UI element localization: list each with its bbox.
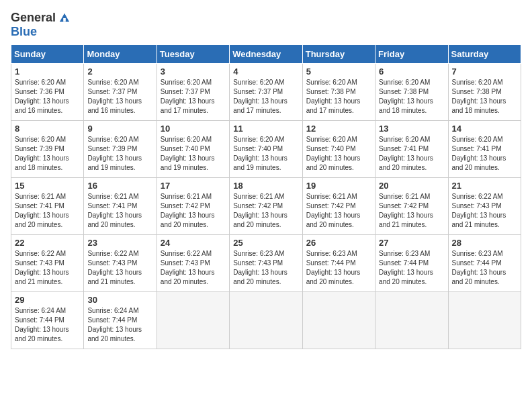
calendar-cell: 26Sunrise: 6:23 AMSunset: 7:44 PMDayligh…: [302, 235, 375, 292]
day-info: Sunrise: 6:23 AMSunset: 7:44 PMDaylight:…: [452, 249, 517, 287]
day-info: Sunrise: 6:21 AMSunset: 7:42 PMDaylight:…: [161, 192, 226, 230]
svg-rect-1: [63, 18, 66, 21]
calendar-cell: 25Sunrise: 6:23 AMSunset: 7:43 PMDayligh…: [230, 235, 302, 292]
calendar-cell: 10Sunrise: 6:20 AMSunset: 7:40 PMDayligh…: [157, 121, 229, 178]
calendar-cell: 21Sunrise: 6:22 AMSunset: 7:43 PMDayligh…: [448, 178, 521, 235]
calendar-cell: 16Sunrise: 6:21 AMSunset: 7:41 PMDayligh…: [84, 178, 157, 235]
day-info: Sunrise: 6:20 AMSunset: 7:37 PMDaylight:…: [161, 78, 226, 116]
day-info: Sunrise: 6:21 AMSunset: 7:42 PMDaylight:…: [379, 192, 444, 230]
day-number: 16: [87, 181, 152, 191]
day-number: 6: [379, 66, 444, 77]
day-number: 29: [15, 295, 80, 305]
day-info: Sunrise: 6:22 AMSunset: 7:43 PMDaylight:…: [452, 192, 517, 230]
day-info: Sunrise: 6:23 AMSunset: 7:44 PMDaylight:…: [379, 249, 444, 287]
calendar-cell: 15Sunrise: 6:21 AMSunset: 7:41 PMDayligh…: [11, 178, 84, 235]
calendar-header-sunday: Sunday: [11, 45, 84, 64]
day-number: 12: [306, 124, 371, 134]
day-number: 25: [233, 238, 298, 248]
day-info: Sunrise: 6:24 AMSunset: 7:44 PMDaylight:…: [87, 306, 152, 344]
day-info: Sunrise: 6:23 AMSunset: 7:44 PMDaylight:…: [306, 249, 371, 287]
day-info: Sunrise: 6:21 AMSunset: 7:41 PMDaylight:…: [15, 192, 80, 230]
calendar-week-5: 29Sunrise: 6:24 AMSunset: 7:44 PMDayligh…: [11, 292, 521, 349]
page-header: General Blue: [11, 11, 521, 39]
calendar-cell: 18Sunrise: 6:21 AMSunset: 7:42 PMDayligh…: [230, 178, 302, 235]
calendar-cell: [157, 292, 229, 349]
calendar-cell: [302, 292, 375, 349]
day-info: Sunrise: 6:20 AMSunset: 7:41 PMDaylight:…: [379, 135, 444, 173]
day-info: Sunrise: 6:23 AMSunset: 7:43 PMDaylight:…: [233, 249, 298, 287]
day-number: 15: [15, 181, 80, 191]
day-info: Sunrise: 6:21 AMSunset: 7:41 PMDaylight:…: [87, 192, 152, 230]
calendar-cell: 29Sunrise: 6:24 AMSunset: 7:44 PMDayligh…: [11, 292, 84, 349]
calendar-header-monday: Monday: [84, 45, 157, 64]
day-info: Sunrise: 6:20 AMSunset: 7:40 PMDaylight:…: [161, 135, 226, 173]
calendar-week-4: 22Sunrise: 6:22 AMSunset: 7:43 PMDayligh…: [11, 235, 521, 292]
calendar-cell: 4Sunrise: 6:20 AMSunset: 7:37 PMDaylight…: [230, 64, 302, 121]
calendar-cell: [230, 292, 302, 349]
day-number: 23: [87, 238, 152, 248]
day-info: Sunrise: 6:20 AMSunset: 7:36 PMDaylight:…: [15, 78, 80, 116]
day-number: 26: [306, 238, 371, 248]
day-number: 14: [452, 124, 517, 134]
day-number: 20: [379, 181, 444, 191]
day-info: Sunrise: 6:20 AMSunset: 7:37 PMDaylight:…: [233, 78, 298, 116]
calendar-cell: 20Sunrise: 6:21 AMSunset: 7:42 PMDayligh…: [375, 178, 448, 235]
calendar-cell: 9Sunrise: 6:20 AMSunset: 7:39 PMDaylight…: [84, 121, 157, 178]
day-number: 28: [452, 238, 517, 248]
calendar-week-3: 15Sunrise: 6:21 AMSunset: 7:41 PMDayligh…: [11, 178, 521, 235]
day-number: 1: [15, 66, 80, 77]
day-number: 3: [161, 66, 226, 77]
calendar-cell: 3Sunrise: 6:20 AMSunset: 7:37 PMDaylight…: [157, 64, 229, 121]
logo-general-text: General: [11, 11, 56, 25]
day-number: 22: [15, 238, 80, 248]
day-number: 17: [161, 181, 226, 191]
day-number: 10: [161, 124, 226, 134]
day-number: 18: [233, 181, 298, 191]
day-info: Sunrise: 6:20 AMSunset: 7:38 PMDaylight:…: [452, 78, 517, 116]
day-info: Sunrise: 6:21 AMSunset: 7:42 PMDaylight:…: [306, 192, 371, 230]
day-info: Sunrise: 6:22 AMSunset: 7:43 PMDaylight:…: [87, 249, 152, 287]
day-info: Sunrise: 6:20 AMSunset: 7:40 PMDaylight:…: [233, 135, 298, 173]
calendar-header-row: SundayMondayTuesdayWednesdayThursdayFrid…: [11, 45, 521, 64]
calendar-cell: 13Sunrise: 6:20 AMSunset: 7:41 PMDayligh…: [375, 121, 448, 178]
calendar-header-saturday: Saturday: [448, 45, 521, 64]
day-info: Sunrise: 6:20 AMSunset: 7:39 PMDaylight:…: [87, 135, 152, 173]
day-number: 7: [452, 66, 517, 77]
day-number: 19: [306, 181, 371, 191]
calendar: SundayMondayTuesdayWednesdayThursdayFrid…: [11, 44, 521, 349]
day-info: Sunrise: 6:20 AMSunset: 7:39 PMDaylight:…: [15, 135, 80, 173]
day-number: 27: [379, 238, 444, 248]
calendar-cell: 5Sunrise: 6:20 AMSunset: 7:38 PMDaylight…: [302, 64, 375, 121]
calendar-cell: 11Sunrise: 6:20 AMSunset: 7:40 PMDayligh…: [230, 121, 302, 178]
calendar-cell: 2Sunrise: 6:20 AMSunset: 7:37 PMDaylight…: [84, 64, 157, 121]
calendar-cell: 19Sunrise: 6:21 AMSunset: 7:42 PMDayligh…: [302, 178, 375, 235]
day-number: 21: [452, 181, 517, 191]
day-info: Sunrise: 6:20 AMSunset: 7:37 PMDaylight:…: [87, 78, 152, 116]
calendar-cell: 8Sunrise: 6:20 AMSunset: 7:39 PMDaylight…: [11, 121, 84, 178]
logo-blue-text: Blue: [11, 25, 37, 39]
calendar-cell: [375, 292, 448, 349]
calendar-cell: 17Sunrise: 6:21 AMSunset: 7:42 PMDayligh…: [157, 178, 229, 235]
calendar-cell: 23Sunrise: 6:22 AMSunset: 7:43 PMDayligh…: [84, 235, 157, 292]
calendar-cell: 12Sunrise: 6:20 AMSunset: 7:40 PMDayligh…: [302, 121, 375, 178]
calendar-week-1: 1Sunrise: 6:20 AMSunset: 7:36 PMDaylight…: [11, 64, 521, 121]
calendar-cell: 7Sunrise: 6:20 AMSunset: 7:38 PMDaylight…: [448, 64, 521, 121]
day-number: 5: [306, 66, 371, 77]
day-info: Sunrise: 6:20 AMSunset: 7:40 PMDaylight:…: [306, 135, 371, 173]
calendar-cell: 27Sunrise: 6:23 AMSunset: 7:44 PMDayligh…: [375, 235, 448, 292]
day-number: 11: [233, 124, 298, 134]
day-number: 24: [161, 238, 226, 248]
calendar-cell: [448, 292, 521, 349]
day-number: 8: [15, 124, 80, 134]
calendar-header-wednesday: Wednesday: [230, 45, 302, 64]
day-info: Sunrise: 6:22 AMSunset: 7:43 PMDaylight:…: [15, 249, 80, 287]
calendar-header-friday: Friday: [375, 45, 448, 64]
day-info: Sunrise: 6:22 AMSunset: 7:43 PMDaylight:…: [161, 249, 226, 287]
calendar-cell: 6Sunrise: 6:20 AMSunset: 7:38 PMDaylight…: [375, 64, 448, 121]
calendar-cell: 14Sunrise: 6:20 AMSunset: 7:41 PMDayligh…: [448, 121, 521, 178]
day-info: Sunrise: 6:20 AMSunset: 7:38 PMDaylight:…: [306, 78, 371, 116]
day-info: Sunrise: 6:21 AMSunset: 7:42 PMDaylight:…: [233, 192, 298, 230]
calendar-week-2: 8Sunrise: 6:20 AMSunset: 7:39 PMDaylight…: [11, 121, 521, 178]
day-info: Sunrise: 6:20 AMSunset: 7:38 PMDaylight:…: [379, 78, 444, 116]
calendar-cell: 1Sunrise: 6:20 AMSunset: 7:36 PMDaylight…: [11, 64, 84, 121]
